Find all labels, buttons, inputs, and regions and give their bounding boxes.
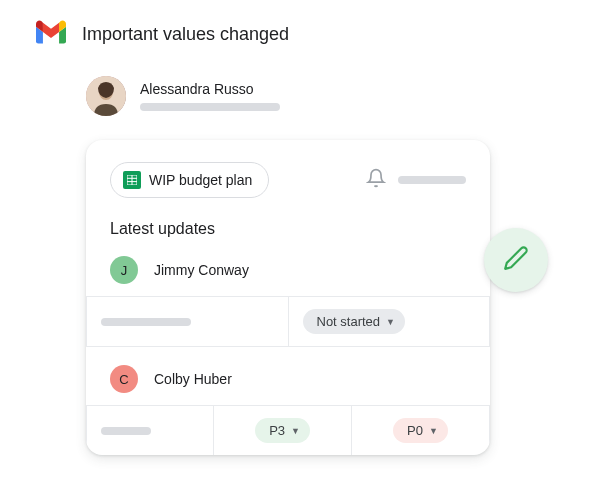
- sender-info: Alessandra Russo: [140, 81, 280, 111]
- section-title: Latest updates: [110, 220, 466, 238]
- status-label: Not started: [317, 314, 381, 329]
- priority-dropdown[interactable]: P0 ▼: [393, 418, 448, 443]
- file-chip[interactable]: WIP budget plan: [110, 162, 269, 198]
- sender-name: Alessandra Russo: [140, 81, 280, 97]
- person-name: Colby Huber: [154, 371, 232, 387]
- placeholder-text: [140, 103, 280, 111]
- gmail-logo-icon: [36, 20, 66, 48]
- email-subject: Important values changed: [82, 24, 289, 45]
- email-header: Important values changed: [0, 0, 608, 48]
- placeholder-text: [398, 176, 466, 184]
- chevron-down-icon: ▼: [291, 426, 300, 436]
- placeholder-text: [101, 318, 191, 326]
- chevron-down-icon: ▼: [386, 317, 395, 327]
- sheets-icon: [123, 171, 141, 189]
- priority-label: P0: [407, 423, 423, 438]
- bell-icon[interactable]: [366, 168, 386, 192]
- table-cell: P0 ▼: [351, 406, 489, 455]
- person-row: C Colby Huber: [110, 365, 466, 393]
- sender-avatar: [86, 76, 126, 116]
- updates-card: WIP budget plan Latest updates J Jimmy C…: [86, 140, 490, 455]
- pencil-icon: [503, 245, 529, 275]
- card-header: WIP budget plan: [110, 162, 466, 198]
- sender-row: Alessandra Russo: [0, 48, 608, 116]
- person-name: Jimmy Conway: [154, 262, 249, 278]
- table-row: P3 ▼ P0 ▼: [86, 405, 490, 455]
- person-row: J Jimmy Conway: [110, 256, 466, 284]
- table-cell: Not started ▼: [288, 297, 490, 346]
- chevron-down-icon: ▼: [429, 426, 438, 436]
- priority-dropdown[interactable]: P3 ▼: [255, 418, 310, 443]
- table-row: Not started ▼: [86, 296, 490, 347]
- file-chip-label: WIP budget plan: [149, 172, 252, 188]
- table-cell: [87, 406, 213, 455]
- person-avatar: J: [110, 256, 138, 284]
- person-avatar: C: [110, 365, 138, 393]
- table-cell: [87, 297, 288, 346]
- edit-fab[interactable]: [484, 228, 548, 292]
- table-cell: P3 ▼: [213, 406, 351, 455]
- priority-label: P3: [269, 423, 285, 438]
- placeholder-text: [101, 427, 151, 435]
- status-dropdown[interactable]: Not started ▼: [303, 309, 406, 334]
